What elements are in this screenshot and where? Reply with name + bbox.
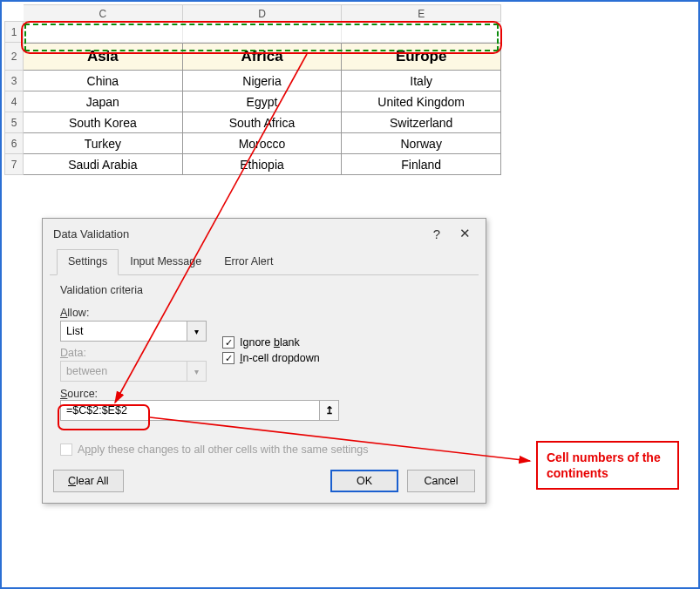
annotation-callout: Cell numbers of the continents	[536, 441, 679, 490]
table-row: 4 Japan Egypt United Kingdom	[4, 91, 501, 112]
row-number[interactable]: 5	[4, 112, 24, 133]
ignore-blank-label: Ignore blank	[240, 336, 300, 349]
tab-error-alert[interactable]: Error Alert	[213, 249, 284, 275]
range-select-icon[interactable]: ↥	[319, 401, 338, 420]
row-number[interactable]: 4	[4, 91, 24, 112]
cell[interactable]: South Africa	[183, 112, 343, 133]
apply-all-checkbox: Apply these changes to all other cells w…	[60, 443, 468, 456]
source-label: Source:	[60, 388, 98, 400]
dialog-title: Data Validation	[53, 227, 423, 240]
cell-header-asia[interactable]: Asia	[24, 43, 183, 71]
tab-settings[interactable]: Settings	[57, 249, 119, 275]
cell[interactable]: Switzerland	[342, 112, 501, 133]
chevron-down-icon: ▾	[187, 362, 206, 381]
table-row: 2 Asia Africa Europe	[4, 43, 501, 71]
tab-input-message[interactable]: Input Message	[119, 249, 213, 275]
checkbox-icon	[60, 443, 72, 456]
rows: 1 2 Asia Africa Europe 3 China Nigeria I…	[4, 22, 501, 175]
row-number[interactable]: 1	[4, 22, 24, 43]
cell[interactable]: Egypt	[183, 91, 343, 112]
col-head-d[interactable]: D	[183, 4, 343, 22]
screenshot-canvas: C D E 1 2 Asia Africa Europe 3 China	[0, 0, 700, 589]
ignore-blank-checkbox[interactable]: ✓ Ignore blank	[222, 336, 320, 349]
allow-value: List	[61, 325, 187, 337]
corner-cell	[4, 4, 24, 22]
dialog-body: Validation criteria Allow: List ▾ Data: …	[43, 275, 486, 463]
spreadsheet: C D E 1 2 Asia Africa Europe 3 China	[4, 4, 501, 175]
close-button[interactable]: ✕	[451, 222, 479, 245]
table-row: 7 Saudi Arabia Ethiopia Finland	[4, 154, 501, 175]
allow-combobox[interactable]: List ▾	[60, 321, 207, 342]
col-head-e[interactable]: E	[342, 4, 501, 22]
cell[interactable]: United Kingdom	[342, 91, 501, 112]
help-button[interactable]: ?	[423, 222, 451, 245]
cell[interactable]: Finland	[342, 154, 501, 175]
dialog-tabs: Settings Input Message Error Alert	[50, 248, 479, 275]
cell[interactable]: Italy	[342, 71, 501, 91]
cell[interactable]	[342, 22, 501, 43]
cell[interactable]	[24, 22, 183, 43]
chevron-down-icon[interactable]: ▾	[187, 322, 206, 341]
row-number[interactable]: 2	[4, 43, 24, 71]
cell[interactable]	[183, 22, 343, 43]
cancel-button[interactable]: Cancel	[407, 470, 475, 492]
apply-all-label: Apply these changes to all other cells w…	[78, 443, 369, 456]
col-head-c[interactable]: C	[24, 4, 183, 22]
table-row: 5 South Korea South Africa Switzerland	[4, 112, 501, 133]
incell-dropdown-checkbox[interactable]: ✓ In-cell dropdown	[222, 352, 320, 364]
cell-header-europe[interactable]: Europe	[342, 43, 501, 71]
cell[interactable]: Japan	[24, 91, 183, 112]
allow-label: Allow:	[60, 307, 207, 319]
checkbox-icon: ✓	[222, 336, 234, 349]
dialog-footer: Clear All OK Cancel	[43, 463, 486, 503]
cell[interactable]: Nigeria	[183, 71, 343, 91]
row-number[interactable]: 6	[4, 133, 24, 154]
data-value: between	[61, 365, 187, 377]
source-field[interactable]: ↥	[60, 400, 339, 421]
cell[interactable]: Saudi Arabia	[24, 154, 183, 175]
validation-criteria-label: Validation criteria	[60, 284, 468, 296]
data-label: Data:	[60, 347, 207, 359]
cell[interactable]: Morocco	[183, 133, 343, 154]
cell[interactable]: Turkey	[24, 133, 183, 154]
cell-header-africa[interactable]: Africa	[183, 43, 343, 71]
clear-all-button[interactable]: Clear All	[53, 470, 124, 492]
column-headers: C D E	[4, 4, 501, 22]
row-number[interactable]: 3	[4, 71, 24, 91]
cell[interactable]: South Korea	[24, 112, 183, 133]
dialog-titlebar[interactable]: Data Validation ? ✕	[43, 219, 486, 248]
cell[interactable]: China	[24, 71, 183, 91]
checkbox-icon: ✓	[222, 352, 234, 364]
data-validation-dialog: Data Validation ? ✕ Settings Input Messa…	[42, 218, 486, 504]
cell[interactable]: Norway	[342, 133, 501, 154]
ok-button[interactable]: OK	[330, 470, 398, 492]
source-input[interactable]	[61, 404, 319, 416]
data-combobox: between ▾	[60, 361, 207, 382]
table-row: 6 Turkey Morocco Norway	[4, 133, 501, 154]
table-row: 3 China Nigeria Italy	[4, 71, 501, 91]
row-number[interactable]: 7	[4, 154, 24, 175]
table-row: 1	[4, 22, 501, 43]
cell[interactable]: Ethiopia	[183, 154, 343, 175]
incell-dropdown-label: In-cell dropdown	[240, 352, 320, 364]
